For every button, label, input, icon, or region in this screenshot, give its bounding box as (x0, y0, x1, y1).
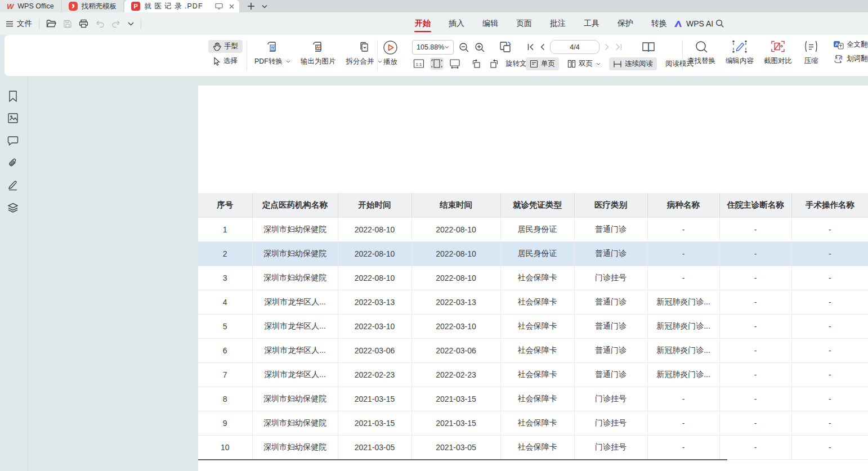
menu-tab-3[interactable]: 编辑 (482, 13, 499, 34)
compress-icon (804, 40, 818, 54)
signature-icon[interactable] (7, 180, 19, 191)
screenshot-compare-button[interactable]: 截图对比 (763, 40, 793, 66)
first-page-icon[interactable] (527, 43, 535, 51)
table-cell: 社会保障卡 (500, 290, 574, 314)
last-page-icon[interactable] (615, 43, 623, 51)
tab-docer-templates[interactable]: 找稻壳模板 (62, 0, 124, 12)
zoom-level-select[interactable]: 105.88% (412, 40, 454, 55)
table-cell: 2022-08-10 (411, 241, 500, 266)
table-cell: 门诊挂号 (574, 435, 647, 459)
hand-tool-button[interactable]: 手型 (208, 40, 243, 53)
redo-icon[interactable] (111, 20, 121, 28)
print-icon[interactable] (79, 19, 88, 28)
table-cell: 社会保障卡 (500, 387, 574, 411)
export-image-icon (311, 40, 325, 55)
edit-content-button[interactable]: 编辑内容 (725, 40, 754, 66)
read-mode-book-icon[interactable] (641, 41, 656, 54)
menu-tab-5[interactable]: 批注 (549, 13, 566, 34)
document-canvas[interactable]: 序号定点医药机构名称开始时间结束时间就诊凭证类型医疗类别病种名称住院主诊断名称手… (28, 76, 868, 471)
layers-icon[interactable] (7, 202, 19, 213)
rotate-right-icon[interactable] (487, 57, 501, 70)
table-cell: - (791, 241, 868, 266)
left-panel-sidebar (0, 76, 28, 471)
pdf-convert-label: PDF转换 (254, 57, 283, 66)
compress-button[interactable]: 压缩 (802, 40, 821, 66)
zoom-out-icon[interactable] (459, 42, 469, 53)
table-cell: - (719, 314, 791, 338)
comment-icon[interactable] (7, 135, 19, 146)
new-tab-button[interactable] (247, 2, 255, 10)
table-row: 2深圳市妇幼保健院2022-08-102022-08-10居民身份证普通门诊--… (198, 241, 868, 266)
open-file-icon[interactable] (46, 19, 56, 28)
double-page-button[interactable]: 双页 (563, 57, 605, 70)
full-text-translate-button[interactable]: A 全文翻译 (833, 40, 868, 50)
thumbnails-icon[interactable] (7, 113, 19, 124)
rotate-pages-icon[interactable] (498, 41, 513, 54)
export-as-image-button[interactable]: 输出为图片 (301, 40, 336, 66)
select-tool-label: 选择 (223, 56, 238, 66)
menu-search-icon[interactable] (715, 12, 724, 35)
actual-size-button[interactable]: 1:1 (412, 57, 426, 70)
table-cell: 2022-08-10 (411, 266, 500, 290)
table-header-cell: 结束时间 (411, 193, 500, 217)
menu-tab-4[interactable]: 页面 (516, 13, 533, 34)
page-number-input[interactable]: 4/4 (550, 40, 599, 54)
close-tab-icon[interactable] (229, 3, 235, 10)
file-menu-button[interactable]: 文件 (6, 19, 32, 29)
word-translate-button[interactable]: x A 划词翻译 (833, 54, 868, 64)
save-icon[interactable] (63, 19, 72, 28)
rotate-left-icon[interactable] (469, 57, 483, 70)
pdf-file-icon: P (131, 2, 140, 11)
menu-tab-7[interactable]: 保护 (617, 13, 634, 34)
bookmark-icon[interactable] (7, 90, 19, 102)
table-cell: - (791, 435, 868, 459)
tab-document-pdf[interactable]: P 就 医 记 录 .PDF (124, 0, 239, 12)
table-cell: - (791, 217, 868, 241)
split-merge-button[interactable]: 拆分合并 (346, 40, 382, 66)
menu-tab-1[interactable]: 开始 (414, 13, 431, 34)
next-page-icon[interactable] (605, 43, 610, 51)
fit-page-button[interactable] (430, 57, 444, 70)
table-cell: 2022-08-10 (411, 217, 500, 241)
full-text-translate-label: 全文翻译 (847, 40, 868, 50)
present-to-screen-icon[interactable] (215, 3, 223, 10)
fit-width-button[interactable] (448, 57, 462, 70)
attachment-icon[interactable] (7, 158, 19, 169)
edit-content-label: 编辑内容 (726, 56, 754, 66)
double-page-icon (567, 60, 576, 68)
table-cell: 普通门诊 (574, 362, 647, 387)
find-replace-button[interactable]: 查找替换 (687, 40, 716, 66)
divider (377, 40, 378, 71)
table-cell: 深圳市妇幼保健院 (252, 387, 338, 411)
menu-tab-8[interactable]: 转换 (651, 13, 668, 34)
single-page-button[interactable]: 单页 (526, 57, 559, 70)
split-merge-label: 拆分合并 (346, 57, 374, 66)
table-cell: 社会保障卡 (500, 411, 574, 435)
table-cell: 社会保障卡 (500, 338, 574, 362)
previous-page-icon[interactable] (540, 43, 545, 51)
tab-wps-office[interactable]: W WPS Office (0, 0, 61, 12)
play-slideshow-button[interactable]: 播放 (383, 40, 398, 67)
table-cell: 普通门诊 (574, 338, 647, 362)
table-cell: 门诊挂号 (574, 266, 647, 290)
undo-icon[interactable] (95, 20, 105, 28)
table-cell: - (719, 241, 791, 266)
menu-tab-2[interactable]: 插入 (448, 13, 465, 34)
table-cell: - (647, 266, 719, 290)
table-cell: 深圳市妇幼保健院 (252, 241, 338, 266)
svg-text:1:1: 1:1 (415, 62, 422, 67)
continuous-reading-icon (613, 60, 622, 68)
table-cell: 2021-03-15 (338, 411, 411, 435)
zoom-in-icon[interactable] (475, 42, 485, 53)
quickbar-more-dropdown-icon[interactable] (128, 21, 134, 26)
select-tool-button[interactable]: 选择 (208, 55, 243, 68)
find-replace-label: 查找替换 (687, 56, 715, 66)
continuous-reading-button[interactable]: 连续阅读 (609, 57, 657, 70)
wps-ai-button[interactable]: WPS AI (673, 12, 713, 35)
pdf-convert-button[interactable]: W PDF转换 (254, 40, 290, 66)
table-cell: 新冠肺炎门诊... (647, 362, 719, 387)
divider (247, 40, 247, 71)
tab-list-dropdown-icon[interactable] (262, 5, 267, 8)
menu-tab-6[interactable]: 工具 (583, 13, 600, 34)
table-header-cell: 就诊凭证类型 (500, 193, 574, 217)
